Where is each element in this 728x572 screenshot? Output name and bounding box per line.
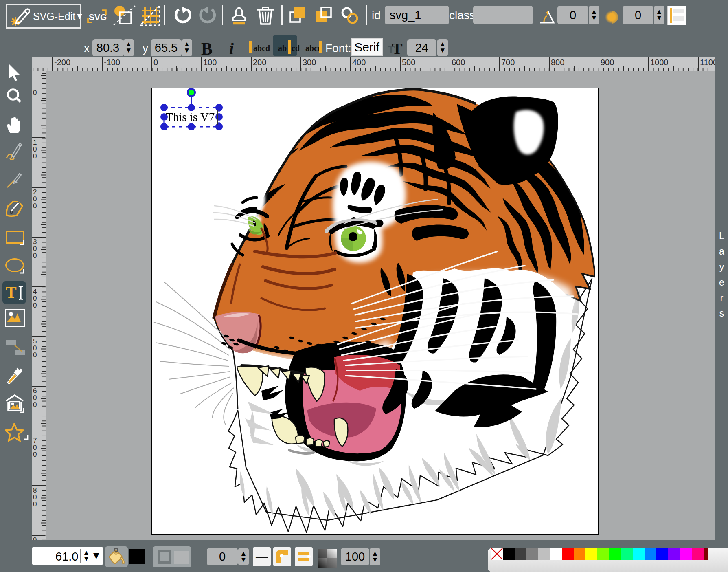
svg-text:SVG: SVG	[89, 12, 107, 22]
svg-text:This is V7: This is V7	[166, 110, 215, 123]
